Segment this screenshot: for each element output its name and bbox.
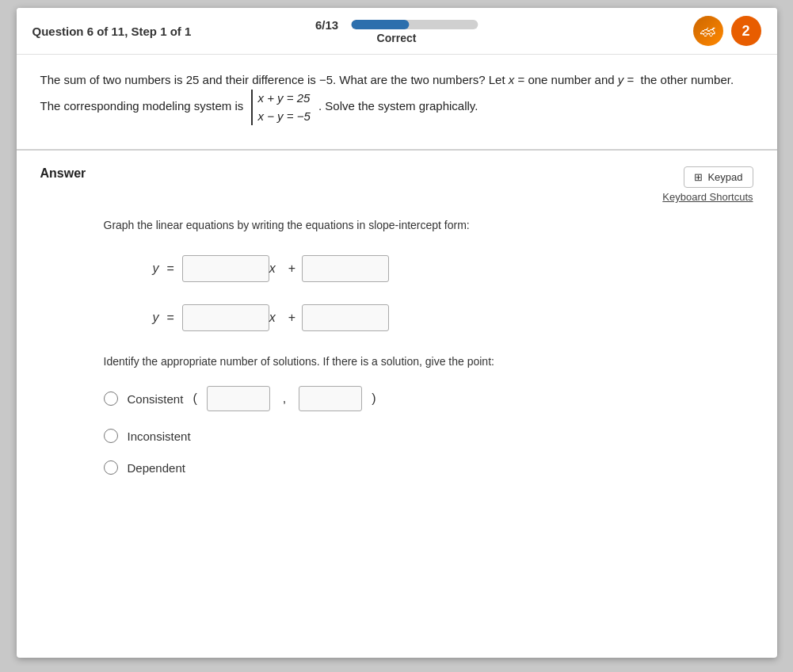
answer-header-row: Answer ⊞ Keypad Keyboard Shortcuts	[40, 166, 753, 203]
dependent-row: Dependent	[40, 460, 753, 475]
eq2-x-label: x	[269, 311, 276, 325]
eq2-lhs: y	[135, 311, 159, 325]
question-body: The sum of two numbers is 25 and their d…	[17, 55, 777, 151]
eq1-x-label: x	[269, 262, 276, 276]
answer-title: Answer	[40, 166, 86, 181]
progress-row: 6/13	[315, 18, 478, 32]
eq1-slope-input[interactable]	[182, 255, 269, 282]
keypad-area: ⊞ Keypad Keyboard Shortcuts	[662, 166, 753, 203]
eq1-plus: +	[288, 262, 295, 276]
consistent-label: Consistent	[128, 392, 184, 406]
header-right: 🏎 2	[693, 16, 761, 46]
inconsistent-row: Inconsistent	[40, 429, 753, 443]
eq2-intercept-input[interactable]	[302, 304, 389, 331]
eq2-text: x − y = −5	[257, 108, 310, 126]
inconsistent-label: Inconsistent	[128, 430, 191, 443]
keypad-button[interactable]: ⊞ Keypad	[684, 166, 753, 188]
progress-bar	[351, 20, 478, 29]
consistent-row: Consistent ( , )	[40, 386, 753, 411]
eq1-intercept-input[interactable]	[302, 255, 389, 282]
equation-block: x + y = 25 x − y = −5	[251, 90, 310, 125]
instructions-text: Graph the linear equations by writing th…	[40, 219, 753, 231]
solutions-section: Identify the appropriate number of solut…	[40, 353, 753, 370]
equation-row-2: y = x +	[40, 304, 753, 331]
keypad-button-label: Keypad	[707, 171, 742, 183]
dependent-label: Dependent	[128, 461, 185, 475]
correct-label: Correct	[377, 32, 417, 44]
fraction-label: 6/13	[315, 18, 338, 32]
eq1-text: x + y = 25	[257, 90, 310, 108]
dependent-radio[interactable]	[104, 460, 118, 475]
equation-row-1: y = x +	[40, 255, 753, 282]
comma: ,	[283, 391, 286, 406]
header-center: 6/13 Correct	[315, 18, 478, 44]
eq2-slope-input[interactable]	[182, 304, 269, 331]
open-paren: (	[193, 391, 196, 406]
consistent-y-input[interactable]	[299, 386, 362, 411]
solutions-text: Identify the appropriate number of solut…	[104, 353, 516, 370]
question-label: Question 6 of 11, Step 1 of 1	[32, 25, 192, 38]
header: Question 6 of 11, Step 1 of 1 6/13 Corre…	[17, 8, 777, 55]
keypad-grid-icon: ⊞	[694, 171, 703, 183]
main-container: Question 6 of 11, Step 1 of 1 6/13 Corre…	[17, 8, 777, 658]
consistent-x-input[interactable]	[207, 386, 270, 411]
score-badge: 2	[731, 16, 761, 46]
progress-bar-fill	[351, 20, 410, 29]
answer-section: Answer ⊞ Keypad Keyboard Shortcuts Graph…	[17, 151, 777, 508]
eq2-plus: +	[288, 311, 295, 325]
eq1-equals: =	[167, 262, 174, 276]
inconsistent-radio[interactable]	[104, 429, 118, 443]
keyboard-shortcuts-label[interactable]: Keyboard Shortcuts	[662, 191, 753, 203]
question-text: The sum of two numbers is 25 and their d…	[40, 73, 734, 113]
avatar-icon: 🏎	[693, 16, 723, 46]
consistent-radio[interactable]	[104, 391, 118, 406]
close-paren: )	[372, 391, 376, 406]
eq1-lhs: y	[135, 262, 159, 276]
eq2-equals: =	[167, 311, 174, 325]
